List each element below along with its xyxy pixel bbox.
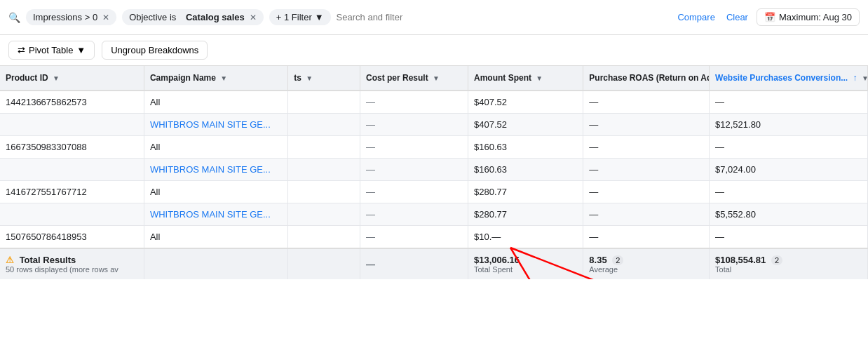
pivot-label: Pivot Table — [29, 45, 73, 55]
table-cell-amount_spent: $407.52 — [468, 91, 583, 114]
max-date-label: Maximum: Aug 30 — [779, 12, 852, 22]
col-header-purchase-roas[interactable]: Purchase ROAS (Return on Ad Spend) ▼ — [583, 66, 710, 91]
pivot-chevron: ▼ — [76, 45, 86, 55]
app-container: 🔍 Impressions > 0 ✕ Objective is Catalog… — [0, 0, 868, 279]
col-header-website-purchases[interactable]: Website Purchases Conversion... ↑ ▼ — [710, 66, 868, 91]
table-cell-ts — [288, 91, 360, 114]
ungroup-breakdowns-button[interactable]: Ungroup Breakdowns — [102, 41, 208, 60]
table-cell-cost_per_result: — — [360, 203, 468, 226]
filter-objective-bold: Catalog sales — [186, 12, 245, 22]
table-cell-campaign_name[interactable]: WHITBROS MAIN SITE GE... — [144, 159, 287, 181]
table-cell-purchase_roas: — — [583, 203, 710, 226]
table-row: 1416727551767712All—$280.77—— — [0, 181, 868, 203]
filter-plus-button[interactable]: + 1 Filter ▼ — [269, 9, 331, 25]
table-row: 1442136675862573All—$407.52—— — [0, 91, 868, 114]
secondary-toolbar: ⇄ Pivot Table ▼ Ungroup Breakdowns — [0, 35, 868, 66]
table-cell-product_id: 1507650786418953 — [0, 226, 144, 249]
total-wp-cell: $108,554.81 2 Total — [710, 248, 868, 279]
top-toolbar: 🔍 Impressions > 0 ✕ Objective is Catalog… — [0, 0, 868, 35]
filter-chip-impressions[interactable]: Impressions > 0 ✕ — [26, 9, 116, 25]
table-cell-purchase_roas: — — [583, 91, 710, 114]
total-ts-cell — [288, 248, 360, 279]
filter-impressions-label: Impressions > 0 — [33, 12, 97, 22]
total-cost-dash: — — [366, 259, 375, 269]
table-cell-amount_spent: $407.52 — [468, 114, 583, 136]
total-amount-sub: Total Spent — [474, 265, 577, 274]
table-row: 1667350983307088All—$160.63—— — [0, 136, 868, 159]
filter-objective-pre: Objective is — [129, 12, 176, 22]
table-cell-amount_spent: $10.— — [468, 226, 583, 249]
table-cell-product_id — [0, 203, 144, 226]
col-header-amount-spent[interactable]: Amount Spent ▼ — [468, 66, 583, 91]
compare-button[interactable]: Compare — [674, 12, 717, 22]
total-wp-badge: 2 — [771, 255, 782, 265]
table-cell-ts — [288, 203, 360, 226]
col-header-product-id[interactable]: Product ID ▼ — [0, 66, 144, 91]
table-cell-cost_per_result: — — [360, 159, 468, 181]
table-cell-website_purchases: $7,024.00 — [710, 159, 868, 181]
table-cell-ts — [288, 181, 360, 203]
table-wrap: Product ID ▼ Campaign Name ▼ ts ▼ Cost — [0, 66, 868, 279]
table-cell-product_id: 1442136675862573 — [0, 91, 144, 114]
warning-icon: ⚠ — [6, 255, 14, 265]
table-row: WHITBROS MAIN SITE GE...—$407.52—$12,521… — [0, 114, 868, 136]
table-cell-campaign_name[interactable]: WHITBROS MAIN SITE GE... — [144, 203, 287, 226]
pivot-table-button[interactable]: ⇄ Pivot Table ▼ — [8, 41, 95, 60]
total-amount-cell: $13,006.16 Total Spent — [468, 248, 583, 279]
total-wp-sub: Total — [715, 265, 862, 274]
table-header-row: Product ID ▼ Campaign Name ▼ ts ▼ Cost — [0, 66, 868, 91]
table-cell-cost_per_result: — — [360, 114, 468, 136]
cost-dropdown-icon: ▼ — [433, 74, 440, 82]
campaign-name-dropdown-icon: ▼ — [220, 74, 227, 82]
total-campaign-cell — [144, 248, 287, 279]
table-cell-website_purchases: $5,552.80 — [710, 203, 868, 226]
table-cell-product_id — [0, 159, 144, 181]
total-label-cell: ⚠ Total Results 50 rows displayed (more … — [0, 248, 144, 279]
filter-impressions-close[interactable]: ✕ — [102, 13, 109, 22]
table-cell-campaign_name: All — [144, 136, 287, 159]
table-cell-ts — [288, 159, 360, 181]
table-row: WHITBROS MAIN SITE GE...—$160.63—$7,024.… — [0, 159, 868, 181]
total-roas-cell: 8.35 2 Average — [583, 248, 710, 279]
filter-chip-objective[interactable]: Objective is Catalog sales ✕ — [122, 9, 264, 25]
col-header-cost-per-result[interactable]: Cost per Result ▼ — [360, 66, 468, 91]
data-table-container: Product ID ▼ Campaign Name ▼ ts ▼ Cost — [0, 66, 868, 279]
table-cell-purchase_roas: — — [583, 181, 710, 203]
wp-sort-asc-icon: ↑ — [853, 73, 857, 83]
table-cell-ts — [288, 226, 360, 249]
table-cell-amount_spent: $160.63 — [468, 136, 583, 159]
table-cell-product_id — [0, 114, 144, 136]
table-row: WHITBROS MAIN SITE GE...—$280.77—$5,552.… — [0, 203, 868, 226]
table-cell-website_purchases: — — [710, 226, 868, 249]
table-cell-amount_spent: $280.77 — [468, 203, 583, 226]
table-cell-ts — [288, 136, 360, 159]
table-cell-campaign_name: All — [144, 91, 287, 114]
table-cell-cost_per_result: — — [360, 136, 468, 159]
table-cell-campaign_name: All — [144, 181, 287, 203]
search-input[interactable] — [337, 12, 500, 22]
pivot-icon: ⇄ — [18, 45, 25, 55]
table-cell-purchase_roas: — — [583, 159, 710, 181]
wp-dropdown-icon: ▼ — [862, 74, 868, 82]
ts-dropdown-icon: ▼ — [306, 74, 313, 82]
table-cell-cost_per_result: — — [360, 91, 468, 114]
clear-button[interactable]: Clear — [724, 12, 751, 22]
table-cell-purchase_roas: — — [583, 226, 710, 249]
total-row: ⚠ Total Results 50 rows displayed (more … — [0, 248, 868, 279]
total-wp-value: $108,554.81 — [715, 255, 766, 265]
col-header-campaign-name[interactable]: Campaign Name ▼ — [144, 66, 287, 91]
calendar-icon: 📅 — [764, 12, 775, 22]
col-header-ts[interactable]: ts ▼ — [288, 66, 360, 91]
max-date-picker[interactable]: 📅 Maximum: Aug 30 — [757, 8, 860, 26]
filter-plus-chevron: ▼ — [315, 12, 324, 22]
table-cell-ts — [288, 114, 360, 136]
total-roas-value: 8.35 — [589, 255, 606, 265]
table-cell-product_id: 1416727551767712 — [0, 181, 144, 203]
table-cell-campaign_name[interactable]: WHITBROS MAIN SITE GE... — [144, 114, 287, 136]
total-amount-value: $13,006.16 — [474, 255, 520, 265]
total-roas-sub: Average — [589, 265, 703, 274]
filter-objective-close[interactable]: ✕ — [250, 13, 257, 22]
table-cell-campaign_name: All — [144, 226, 287, 249]
data-table: Product ID ▼ Campaign Name ▼ ts ▼ Cost — [0, 66, 868, 279]
product-id-dropdown-icon: ▼ — [53, 74, 60, 82]
